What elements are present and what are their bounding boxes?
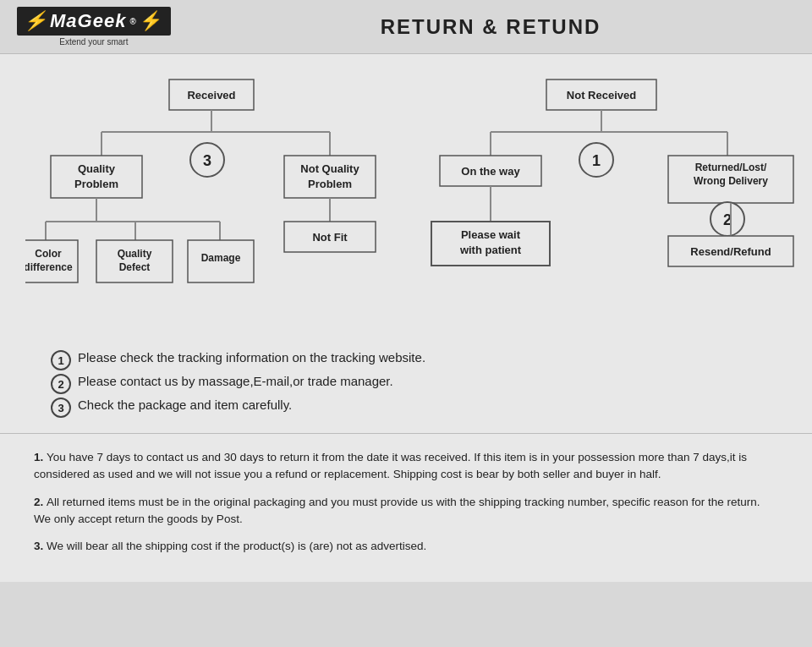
instruction-item-3: 3 Check the package and item carefully. (51, 398, 778, 418)
policy-text-3: We will bear all the shipping cost if th… (47, 540, 426, 552)
policy-section: 1. You have 7 days to contact us and 30 … (0, 439, 812, 582)
policy-item-1: 1. You have 7 days to contact us and 30 … (34, 449, 778, 484)
svg-text:Returned/Lost/: Returned/Lost/ (695, 162, 767, 173)
logo-bolt-left-icon: ⚡ (24, 10, 47, 32)
logo-box: ⚡ MaGeek® ⚡ (17, 7, 171, 36)
svg-text:difference: difference (25, 261, 73, 273)
svg-text:Not Quality: Not Quality (300, 162, 359, 175)
policy-num-1: 1. (34, 451, 47, 463)
logo-bolt-right-icon: ⚡ (140, 10, 162, 32)
svg-text:Damage: Damage (201, 252, 241, 264)
svg-text:Received: Received (187, 89, 235, 101)
policy-item-3: 3. We will bear all the shipping cost if… (34, 538, 778, 555)
svg-text:Not  Received: Not Received (567, 89, 636, 101)
svg-text:Not Fit: Not Fit (312, 231, 348, 244)
right-flowchart: Not Received 1 On the way Returned/Lost/ (414, 71, 804, 333)
instruction-text-1: Please check the tracking information on… (78, 350, 425, 365)
circle-num-1: 1 (51, 350, 71, 370)
svg-text:Quality: Quality (118, 248, 152, 260)
svg-text:On the way: On the way (461, 165, 520, 178)
logo-reg: ® (129, 17, 135, 26)
svg-text:Defect: Defect (119, 261, 151, 273)
policy-num-2: 2. (34, 496, 47, 508)
logo-tagline: Extend your smart (59, 37, 128, 47)
logo-area: ⚡ MaGeek® ⚡ Extend your smart (17, 7, 186, 47)
logo-brand: MaGeek (50, 10, 126, 32)
right-chart-svg: Not Received 1 On the way Returned/Lost/ (414, 71, 804, 333)
divider (0, 433, 812, 434)
page-title: RETURN & RETUND (186, 15, 795, 39)
instruction-item-1: 1 Please check the tracking information … (51, 350, 778, 370)
svg-text:Please wait: Please wait (461, 228, 521, 241)
svg-text:Problem: Problem (74, 178, 118, 190)
svg-text:Color: Color (35, 248, 62, 260)
svg-text:Wrong Delivery: Wrong Delivery (694, 175, 768, 187)
instruction-text-2: Please contact us by massage,E-mail,or t… (78, 374, 393, 388)
circle-num-2: 2 (51, 374, 71, 394)
logo-wrap: ⚡ MaGeek® ⚡ Extend your smart (17, 7, 171, 47)
instructions-section: 1 Please check the tracking information … (0, 342, 812, 428)
flowchart-section: Received 3 Quality Problem Not Qual (0, 54, 812, 342)
policy-item-2: 2. All returned items must be in the ori… (34, 494, 778, 529)
instruction-item-2: 2 Please contact us by massage,E-mail,or… (51, 374, 778, 394)
left-chart-svg: Received 3 Quality Problem Not Qual (25, 71, 414, 333)
left-flowchart: Received 3 Quality Problem Not Qual (25, 71, 414, 333)
circle-num-3: 3 (51, 398, 71, 418)
policy-text-2: All returned items must be in the origin… (34, 496, 760, 525)
svg-text:Resend/Refund: Resend/Refund (690, 245, 771, 258)
header: ⚡ MaGeek® ⚡ Extend your smart RETURN & R… (0, 0, 812, 54)
svg-text:3: 3 (203, 152, 211, 169)
svg-text:Quality: Quality (78, 162, 116, 175)
policy-text-1: You have 7 days to contact us and 30 day… (34, 451, 747, 480)
svg-text:Problem: Problem (308, 178, 352, 190)
instruction-text-3: Check the package and item carefully. (78, 398, 292, 412)
policy-num-3: 3. (34, 540, 47, 552)
svg-text:with patient: with patient (459, 244, 522, 256)
svg-text:1: 1 (592, 152, 601, 169)
